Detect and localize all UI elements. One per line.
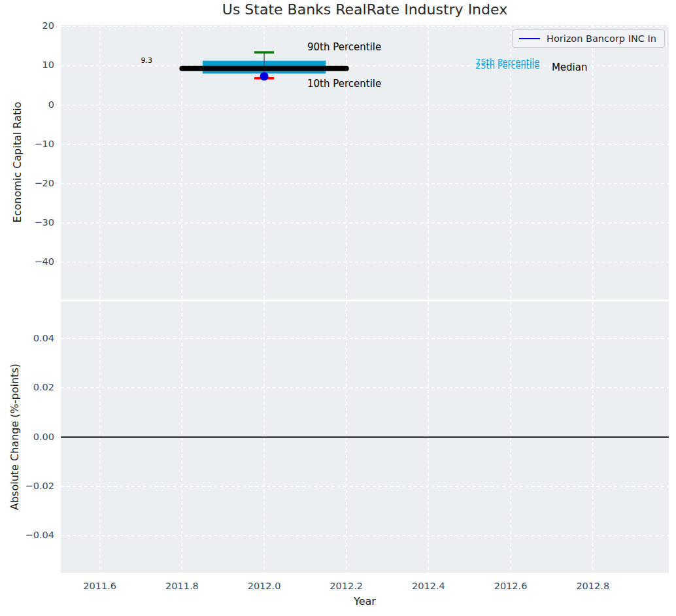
- y-tick-label: −0.04: [12, 530, 54, 540]
- y-tick-label: 0: [12, 99, 54, 110]
- y-tick-label: 0.00: [12, 432, 54, 442]
- y-tick-label: −40: [12, 256, 54, 267]
- p10-label: 10th Percentile: [307, 78, 381, 90]
- p90-label: 90th Percentile: [307, 41, 381, 53]
- bottom-plot-area: [61, 301, 669, 573]
- y-tick-label: −0.02: [12, 481, 54, 491]
- median-label: Median: [552, 61, 588, 73]
- y-tick-label: −30: [12, 217, 54, 228]
- y-tick-label: 20: [12, 20, 54, 31]
- bottom-plot-canvas: [61, 301, 669, 573]
- y-axis-label-top: Economic Capital Ratio: [11, 102, 24, 223]
- y-tick-label: 0.02: [12, 382, 54, 392]
- company-marker: [260, 72, 269, 80]
- y-tick-label: −20: [12, 178, 54, 188]
- y-tick-label: 0.04: [12, 333, 54, 343]
- x-tick-label: 2011.6: [74, 581, 126, 591]
- x-tick-label: 2012.6: [484, 581, 537, 591]
- x-tick-label: 2012.8: [567, 581, 619, 591]
- median-value-label: 9.3: [141, 56, 153, 65]
- legend-label: Horizon Bancorp INC In: [547, 33, 656, 44]
- x-axis-label: Year: [61, 595, 669, 607]
- page-title: Us State Banks RealRate Industry Index: [61, 1, 669, 18]
- x-tick-label: 2012.4: [402, 581, 454, 591]
- y-tick-label: 10: [12, 60, 54, 70]
- x-tick-label: 2012.2: [320, 581, 373, 591]
- x-tick-label: 2012.0: [238, 581, 290, 591]
- p25-label: 25th Percentile: [475, 61, 539, 71]
- figure: Us State Banks RealRate Industry Index E…: [0, 0, 676, 616]
- legend-line-icon: [519, 38, 540, 39]
- x-tick-label: 2011.8: [156, 581, 208, 591]
- y-tick-label: −10: [12, 139, 54, 149]
- legend: Horizon Bancorp INC In: [512, 29, 665, 48]
